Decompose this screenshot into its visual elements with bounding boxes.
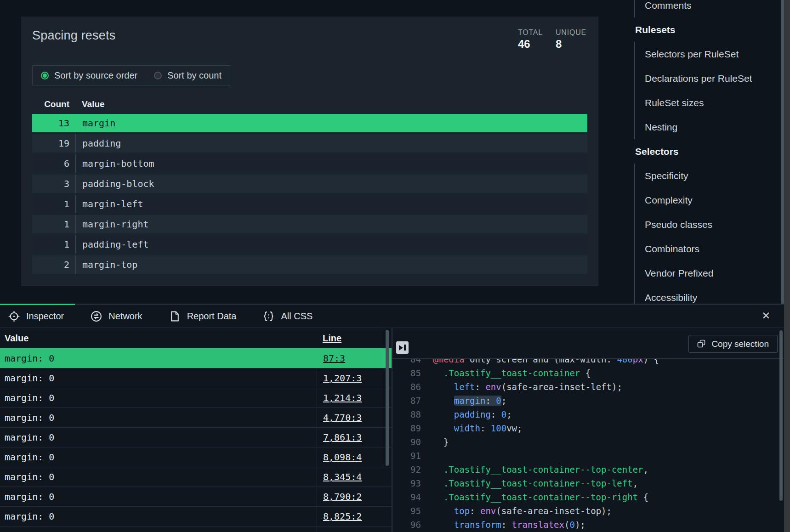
sidebar-item-specificity[interactable]: Specificity xyxy=(634,164,776,188)
code-scrollbar-thumb[interactable] xyxy=(779,330,783,501)
table-row[interactable]: 1margin-left xyxy=(32,195,587,213)
code-token: @media xyxy=(433,359,465,364)
sidebar-item-complexity[interactable]: Complexity xyxy=(634,188,776,212)
stat-block: TOTAL46 xyxy=(518,28,543,51)
table-row[interactable]: 3padding-block xyxy=(32,175,587,193)
sort-option-count[interactable]: Sort by count xyxy=(154,70,222,81)
value-cell: padding-block xyxy=(75,175,587,193)
line-link[interactable]: 4,770:3 xyxy=(323,412,362,423)
code-text: .Toastify__toast-container { xyxy=(433,366,591,380)
declaration-value: margin: 0 xyxy=(0,392,317,403)
tab-all-css[interactable]: All CSS xyxy=(255,305,322,328)
sidebar-item-vendor-prefixed[interactable]: Vendor Prefixed xyxy=(634,261,776,285)
line-link[interactable]: 8,345:4 xyxy=(323,471,362,482)
sidebar-item-combinators[interactable]: Combinators xyxy=(634,237,776,261)
sidebar-item-declarations-per-ruleset[interactable]: Declarations per RuleSet xyxy=(634,66,776,91)
code-token: 100 xyxy=(491,423,506,433)
radio-icon[interactable] xyxy=(41,72,49,79)
line-number: 90 xyxy=(404,435,421,449)
declaration-row[interactable]: margin: 08,345:4 xyxy=(0,467,392,487)
line-link[interactable]: 87:3 xyxy=(323,353,345,364)
line-number: 91 xyxy=(404,449,421,463)
bar-icon xyxy=(404,345,406,351)
declaration-value: margin: 0 xyxy=(0,491,317,502)
line-link[interactable]: 1,207:3 xyxy=(323,373,362,384)
table-row[interactable]: 13margin xyxy=(32,114,587,132)
code-token: .Toastify__toast-container xyxy=(443,368,580,378)
radio-icon[interactable] xyxy=(154,72,162,79)
count-cell: 2 xyxy=(32,259,75,270)
sidebar-item-pseudo-classes[interactable]: Pseudo classes xyxy=(634,212,776,237)
braces-icon xyxy=(263,311,274,322)
sidebar-item-selectors-per-ruleset[interactable]: Selectors per RuleSet xyxy=(634,42,776,66)
line-cell: 8,345:4 xyxy=(317,467,392,487)
code-line: 92.Toastify__toast-container--top-center… xyxy=(392,463,790,476)
code-token: .Toastify__toast-container--top-center xyxy=(443,464,643,475)
window-scrollbar-track[interactable] xyxy=(784,0,790,532)
declaration-row[interactable]: margin: 04,770:3 xyxy=(0,407,392,427)
table-row[interactable]: 19padding xyxy=(32,134,587,153)
declaration-row[interactable]: margin: 01,214:3 xyxy=(0,388,392,407)
sort-option-source-order[interactable]: Sort by source order xyxy=(41,70,137,81)
code-token: ; xyxy=(501,396,506,406)
stats: TOTAL46UNIQUE8 xyxy=(518,28,587,51)
document-icon xyxy=(169,311,181,322)
count-cell: 1 xyxy=(32,198,75,209)
code-line: 84@media only screen and (max-width: 480… xyxy=(392,359,790,366)
stat-value: 46 xyxy=(518,38,543,51)
code-text: @media only screen and (max-width: 480px… xyxy=(433,359,659,366)
table-row[interactable]: 6margin-bottom xyxy=(32,154,587,173)
copy-selection-button[interactable]: Copy selection xyxy=(688,335,778,353)
code-token: .Toastify__toast-container--top-right xyxy=(443,492,638,502)
line-link[interactable]: 7,861:3 xyxy=(323,432,362,443)
sidebar-item-nesting[interactable]: Nesting xyxy=(634,115,776,139)
tab-label: Network xyxy=(108,311,142,322)
table-row[interactable]: 1margin-right xyxy=(32,215,587,233)
close-panel-button[interactable]: ✕ xyxy=(759,308,773,323)
code-text: width: 100vw; xyxy=(433,421,523,435)
declaration-row[interactable]: margin: 07,861:3 xyxy=(0,427,392,447)
code-token: ; xyxy=(517,423,522,433)
declaration-row[interactable] xyxy=(0,526,392,532)
declaration-row[interactable]: margin: 08,098:4 xyxy=(0,447,392,467)
table-scrollbar-thumb[interactable] xyxy=(386,330,389,466)
code-token: : xyxy=(470,506,480,516)
tab-report-data[interactable]: Report Data xyxy=(161,305,246,328)
value-cell: margin-bottom xyxy=(75,154,587,173)
count-cell: 19 xyxy=(32,138,75,149)
declaration-row[interactable]: margin: 08,825:2 xyxy=(0,506,392,526)
code-line: 95top: env(safe-area-inset-top); xyxy=(392,504,790,518)
tab-network[interactable]: Network xyxy=(82,305,151,328)
declaration-row[interactable]: margin: 08,790:2 xyxy=(0,487,392,506)
code-token: } xyxy=(443,437,449,447)
code-token: width xyxy=(454,423,480,433)
code-text: margin: 0; xyxy=(433,394,506,407)
code-token: vw xyxy=(506,423,517,433)
line-column-header[interactable]: Line xyxy=(317,333,392,344)
line-number: 94 xyxy=(404,490,421,504)
spacing-resets-card: Spacing resets TOTAL46UNIQUE8 Sort by so… xyxy=(21,17,598,286)
code-area[interactable]: 84@media only screen and (max-width: 480… xyxy=(392,359,790,532)
code-token: px xyxy=(633,359,643,364)
code-token: { xyxy=(638,492,648,502)
sidebar-item-comments[interactable]: Comments xyxy=(634,0,776,17)
declaration-row[interactable]: margin: 087:3 xyxy=(0,348,392,368)
code-token: (safe-area-inset-top); xyxy=(496,506,612,516)
line-number: 93 xyxy=(404,476,421,490)
code-token: only screen and (max-width: xyxy=(465,359,617,364)
declaration-row[interactable]: margin: 01,207:3 xyxy=(0,368,392,388)
tab-inspector[interactable]: Inspector xyxy=(0,305,73,328)
line-link[interactable]: 8,790:2 xyxy=(323,491,362,502)
line-link[interactable]: 8,825:2 xyxy=(323,511,362,522)
page-scrollbar-thumb[interactable] xyxy=(781,0,784,304)
code-token: , xyxy=(643,464,648,475)
table-row[interactable]: 2margin-top xyxy=(32,255,587,274)
collapse-sidebar-icon[interactable] xyxy=(396,341,409,354)
crosshair-icon xyxy=(8,311,20,322)
sidebar-item-ruleset-sizes[interactable]: RuleSet sizes xyxy=(634,91,776,115)
table-row[interactable]: 1padding-left xyxy=(32,235,587,254)
line-cell: 8,825:2 xyxy=(317,507,392,526)
line-link[interactable]: 8,098:4 xyxy=(323,452,362,463)
code-line: 93.Toastify__toast-container--top-left, xyxy=(392,476,790,490)
line-link[interactable]: 1,214:3 xyxy=(323,392,362,403)
